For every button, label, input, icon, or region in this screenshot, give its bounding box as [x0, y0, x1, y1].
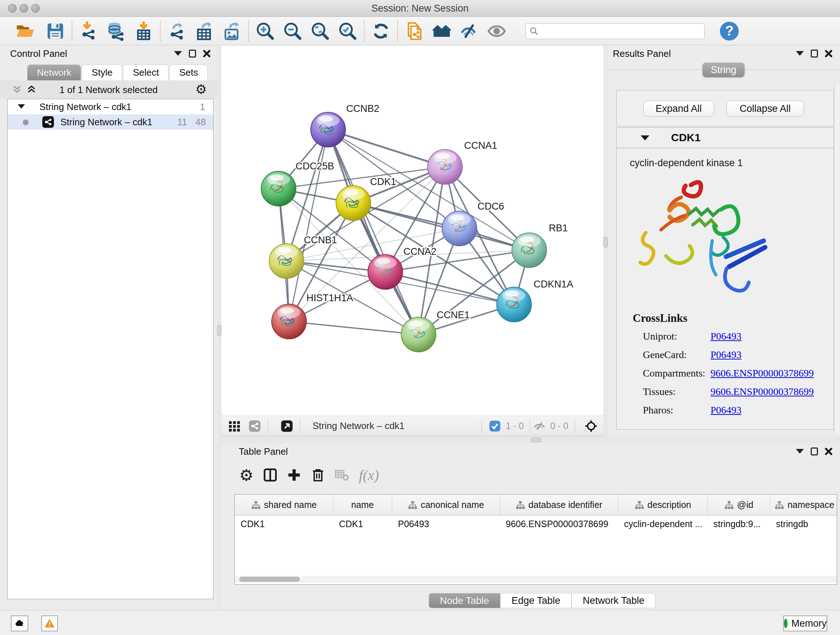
help-button[interactable]: ?	[720, 22, 739, 41]
node-cdc25b[interactable]	[261, 171, 296, 206]
collapse-table-icon[interactable]	[796, 447, 805, 456]
column-header-description[interactable]: description	[618, 494, 707, 515]
show-annotations-icon[interactable]	[485, 20, 508, 42]
column-header-canonical-name[interactable]: canonical name	[392, 494, 500, 515]
node-cdc6[interactable]	[442, 211, 477, 246]
grid-view-icon[interactable]	[227, 419, 242, 433]
zoom-fit-icon[interactable]	[309, 20, 332, 42]
warning-status-button[interactable]	[41, 616, 58, 631]
crosslink-link[interactable]: P06493	[711, 404, 742, 416]
zoom-in-icon[interactable]	[254, 20, 276, 42]
collapse-results-icon[interactable]	[796, 49, 805, 58]
collapse-panel-icon[interactable]	[174, 49, 183, 58]
node-ccna2[interactable]	[368, 255, 403, 289]
float-results-icon[interactable]	[811, 49, 820, 58]
table-options-gear-icon[interactable]: ⚙	[234, 465, 258, 485]
open-session-icon[interactable]	[14, 20, 36, 42]
tab-node-table[interactable]: Node Table	[429, 593, 500, 608]
close-results-icon[interactable]	[824, 49, 834, 58]
float-panel-icon[interactable]	[189, 49, 198, 58]
column-header-database-identifier[interactable]: database identifier	[500, 494, 618, 515]
birds-eye-view-icon[interactable]	[584, 419, 598, 433]
memory-button[interactable]: Memory	[783, 616, 827, 631]
column-header-namespace[interactable]: namespace	[770, 494, 837, 515]
selected-checkbox-icon[interactable]	[488, 419, 502, 433]
protein-card-header[interactable]: CDK1	[617, 128, 834, 148]
tab-network-table[interactable]: Network Table	[572, 593, 656, 608]
table-cell[interactable]: P06493	[392, 516, 500, 534]
table-row[interactable]: CDK1CDK1P064939606.ENSP00000378699cyclin…	[235, 516, 837, 534]
collection-expand-icon[interactable]	[18, 104, 25, 109]
protein-collapse-icon[interactable]	[641, 135, 649, 141]
crosslink-link[interactable]: P06493	[711, 331, 742, 342]
float-table-icon[interactable]	[811, 447, 820, 456]
function-builder-icon[interactable]: f(x)	[359, 467, 379, 484]
bottom-splitter[interactable]	[221, 436, 840, 443]
hide-annotations-icon[interactable]	[458, 20, 480, 42]
results-scrollbar[interactable]	[834, 84, 839, 434]
node-ccne1[interactable]	[401, 317, 436, 352]
node-ccnb2[interactable]	[311, 112, 346, 147]
delete-column-icon[interactable]	[306, 465, 330, 485]
delete-table-icon[interactable]	[330, 465, 354, 485]
node-rb1[interactable]	[512, 233, 546, 268]
export-network-icon[interactable]	[166, 20, 188, 42]
table-cell[interactable]: cyclin-dependent ...	[618, 516, 707, 534]
table-cell[interactable]: 9606.ENSP00000378699	[500, 516, 618, 534]
network-view-icon[interactable]	[248, 419, 262, 433]
column-header-name[interactable]: name	[333, 494, 392, 515]
table-hscroll-thumb[interactable]	[239, 577, 300, 582]
crosslink-link[interactable]: P06493	[711, 349, 742, 361]
search-input[interactable]	[542, 26, 701, 36]
import-network-database-icon[interactable]	[105, 20, 127, 42]
close-panel-icon[interactable]	[202, 49, 212, 58]
tab-sets[interactable]: Sets	[169, 65, 208, 80]
node-cdk1[interactable]	[336, 186, 371, 220]
cloud-status-button[interactable]	[11, 616, 28, 631]
node-cdkn1a[interactable]	[497, 287, 531, 322]
detach-view-icon[interactable]	[279, 419, 294, 433]
tab-select[interactable]: Select	[123, 65, 169, 80]
network-canvas[interactable]: CCNB2CCNA1CDC25BCDK1CDC6RB1CCNB1CCNA2CDK…	[221, 46, 603, 416]
right-splitter[interactable]	[603, 46, 608, 436]
tab-edge-table[interactable]: Edge Table	[500, 593, 572, 608]
hidden-eye-icon[interactable]	[532, 419, 546, 433]
close-table-icon[interactable]	[824, 447, 834, 456]
network-row[interactable]: String Network – cdk1 11 48	[8, 114, 213, 130]
save-session-icon[interactable]	[44, 20, 66, 42]
export-image-icon[interactable]	[221, 20, 243, 42]
crosslink-link[interactable]: 9606.ENSP00000378699	[711, 386, 813, 397]
table-hscrollbar[interactable]	[235, 576, 837, 583]
edge-ccnb2-ccne1[interactable]	[328, 130, 418, 334]
crosslink-link[interactable]: 9606.ENSP00000378699	[711, 367, 813, 379]
column-header-@id[interactable]: @id	[707, 494, 770, 515]
node-ccna1[interactable]	[428, 149, 462, 184]
network-options-gear-icon[interactable]: ⚙	[195, 82, 207, 97]
node-hist1h1a[interactable]	[272, 304, 306, 339]
import-network-file-icon[interactable]	[77, 20, 100, 42]
left-splitter[interactable]	[217, 46, 221, 610]
network-collection-row[interactable]: String Network – cdk1 1	[8, 99, 213, 114]
show-columns-icon[interactable]	[258, 465, 282, 485]
tab-network[interactable]: Network	[27, 65, 81, 80]
table-cell[interactable]: CDK1	[235, 516, 333, 534]
expand-all-button[interactable]: Expand All	[643, 101, 714, 117]
import-table-icon[interactable]	[133, 20, 155, 42]
zoom-selected-icon[interactable]	[336, 20, 359, 42]
search-icon	[529, 27, 538, 36]
table-cell[interactable]: stringdb	[770, 516, 837, 534]
tab-string[interactable]: String	[703, 63, 745, 77]
export-table-icon[interactable]	[193, 20, 216, 42]
first-neighbors-icon[interactable]	[431, 20, 453, 42]
refresh-view-icon[interactable]	[370, 20, 392, 42]
copy-network-icon[interactable]	[403, 20, 425, 42]
node-ccnb1[interactable]	[269, 244, 304, 279]
edge-ccnb2-ccna1[interactable]	[328, 130, 445, 167]
tab-style[interactable]: Style	[82, 65, 122, 80]
collapse-all-button[interactable]: Collapse All	[726, 101, 804, 117]
column-header-shared-name[interactable]: shared name	[235, 494, 333, 515]
create-column-icon[interactable]	[282, 465, 306, 485]
zoom-out-icon[interactable]	[281, 20, 304, 42]
table-cell[interactable]: stringdb:9...	[707, 516, 770, 534]
table-cell[interactable]: CDK1	[333, 516, 392, 534]
